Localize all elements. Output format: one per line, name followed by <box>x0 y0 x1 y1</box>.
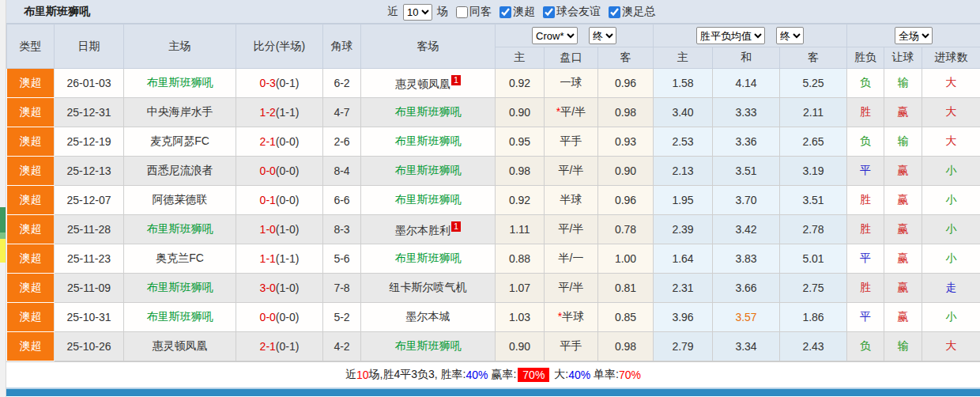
home-team-name[interactable]: 布里斯班狮吼 <box>147 310 213 323</box>
asian-home-odds-cell: 0.92 <box>496 69 545 98</box>
league-type-cell[interactable]: 澳超 <box>7 69 55 98</box>
away-team-cell[interactable]: 惠灵顿凤凰1 <box>361 69 496 98</box>
asian-away-odds-cell: 0.98 <box>598 332 654 361</box>
asian-state-select[interactable]: 终 <box>589 27 616 44</box>
home-team-cell[interactable]: 惠灵顿凤凰 <box>124 332 236 361</box>
home-team-name[interactable]: 奥克兰FC <box>156 251 204 264</box>
home-team-name[interactable]: 中央海岸水手 <box>147 105 213 118</box>
aus-cup-checkbox[interactable] <box>609 6 620 18</box>
home-team-name[interactable]: 阿德莱德联 <box>153 193 208 206</box>
a-league-checkbox[interactable] <box>499 6 511 18</box>
away-team-cell[interactable]: 墨尔本城 <box>361 303 496 332</box>
away-team-name[interactable]: 惠灵顿凤凰 <box>395 77 450 89</box>
league-type-cell[interactable]: 澳超 <box>7 215 55 244</box>
summary-dan-value: 70% <box>619 369 641 381</box>
header-controls-row: 类型 日期 主场 比分(半场) 角球 客场 Crow* 终 胜平负均值 终 <box>7 25 980 47</box>
home-team-name[interactable]: 布里斯班狮吼 <box>147 76 213 89</box>
col-header-date: 日期 <box>55 25 124 69</box>
away-team-name[interactable]: 布里斯班狮吼 <box>395 251 462 264</box>
away-team-name[interactable]: 纽卡斯尔喷气机 <box>390 281 467 293</box>
league-type-cell[interactable]: 澳超 <box>7 98 55 127</box>
euro-away-odds-cell: 2.11 <box>780 98 847 127</box>
away-team-cell[interactable]: 布里斯班狮吼 <box>361 244 496 274</box>
corners-cell: 6-2 <box>323 69 361 98</box>
away-team-cell[interactable]: 纽卡斯尔喷气机 <box>361 274 496 303</box>
away-team-name[interactable]: 墨尔本胜利 <box>395 223 450 236</box>
home-team-cell[interactable]: 布里斯班狮吼 <box>124 303 236 332</box>
home-team-name[interactable]: 布里斯班狮吼 <box>147 222 213 235</box>
league-type-cell[interactable]: 澳超 <box>7 244 55 274</box>
league-type-cell[interactable]: 澳超 <box>7 303 55 332</box>
league-type-cell[interactable]: 澳超 <box>7 157 55 186</box>
corners-cell: 8-3 <box>323 215 361 244</box>
home-team-name[interactable]: 西悉尼流浪者 <box>147 164 213 176</box>
date-cell: 25-11-09 <box>55 274 124 303</box>
asian-away-odds-cell: 0.90 <box>598 157 654 186</box>
away-team-name[interactable]: 布里斯班狮吼 <box>395 134 462 147</box>
summary-big-value: 40% <box>568 369 590 381</box>
date-cell: 25-12-07 <box>55 186 124 215</box>
match-row: 澳超25-12-07阿德莱德联0-1(0-0)6-6布里斯班狮吼0.92半球0.… <box>7 186 980 215</box>
away-team-name[interactable]: 布里斯班狮吼 <box>395 164 462 176</box>
away-team-name[interactable]: 墨尔本城 <box>406 310 450 323</box>
fulltime-score: 3-0 <box>260 282 276 294</box>
league-type-cell[interactable]: 澳超 <box>7 186 55 215</box>
date-cell: 25-11-28 <box>55 215 124 244</box>
euro-draw-odds-cell: 3.70 <box>713 186 780 215</box>
europe-metric-select[interactable]: 胜平负均值 <box>696 27 765 44</box>
away-team-cell[interactable]: 布里斯班狮吼 <box>361 186 496 215</box>
home-team-cell[interactable]: 阿德莱德联 <box>124 186 236 215</box>
result-cell: 胜 <box>847 274 884 303</box>
league-type-cell[interactable]: 澳超 <box>7 127 55 157</box>
away-team-cell[interactable]: 布里斯班狮吼 <box>361 157 496 186</box>
home-team-name[interactable]: 惠灵顿凤凰 <box>153 339 208 352</box>
league-type-cell[interactable]: 澳超 <box>7 332 55 361</box>
away-team-cell[interactable]: 墨尔本胜利1 <box>361 215 496 244</box>
left-strip-green-fragment <box>0 207 6 236</box>
scope-select[interactable]: 全场 <box>895 27 933 44</box>
bookmaker-select[interactable]: Crow* <box>532 27 578 44</box>
away-team-cell[interactable]: 布里斯班狮吼 <box>361 332 496 361</box>
same-venue-checkbox[interactable] <box>456 6 468 18</box>
goals-result-cell: 小 <box>922 157 980 186</box>
checkbox-club-friendly[interactable]: 球会友谊 <box>543 5 601 19</box>
away-team-cell[interactable]: 布里斯班狮吼 <box>361 127 496 157</box>
league-type-cell[interactable]: 澳超 <box>7 274 55 303</box>
away-team-name[interactable]: 布里斯班狮吼 <box>395 339 462 352</box>
home-team-cell[interactable]: 布里斯班狮吼 <box>124 215 236 244</box>
home-team-cell[interactable]: 中央海岸水手 <box>124 98 236 127</box>
away-team-cell[interactable]: 布里斯班狮吼 <box>361 98 496 127</box>
home-team-name[interactable]: 布里斯班狮吼 <box>147 281 213 293</box>
home-team-name[interactable]: 麦克阿瑟FC <box>150 134 209 147</box>
corners-cell: 8-4 <box>323 157 361 186</box>
halftime-score: (1-0) <box>276 282 300 294</box>
goals-result-cell: 小 <box>922 303 980 332</box>
col-header-score: 比分(半场) <box>236 25 323 69</box>
home-team-cell[interactable]: 布里斯班狮吼 <box>124 274 236 303</box>
club-friendly-checkbox[interactable] <box>543 6 555 18</box>
home-team-cell[interactable]: 西悉尼流浪者 <box>124 157 236 186</box>
checkbox-a-league[interactable]: 澳超 <box>499 5 535 19</box>
corners-cell: 7-8 <box>323 274 361 303</box>
euro-home-odds-cell: 2.31 <box>654 274 713 303</box>
euro-home-odds-cell: 1.64 <box>654 244 713 274</box>
date-cell: 25-12-31 <box>55 98 124 127</box>
handicap-result-cell: 赢 <box>884 186 922 215</box>
europe-state-select[interactable]: 终 <box>776 27 804 44</box>
checkbox-same-venue[interactable]: 同客 <box>456 5 492 19</box>
summary-big-label: 大: <box>551 368 568 382</box>
euro-home-odds-cell: 2.53 <box>654 127 713 157</box>
home-team-cell[interactable]: 布里斯班狮吼 <box>124 69 236 98</box>
home-team-cell[interactable]: 麦克阿瑟FC <box>124 127 236 157</box>
rank-badge: 1 <box>451 75 461 85</box>
home-team-cell[interactable]: 奥克兰FC <box>124 244 236 274</box>
away-team-name[interactable]: 布里斯班狮吼 <box>395 105 462 118</box>
checkbox-aus-cup[interactable]: 澳足总 <box>609 5 655 19</box>
recent-count-select[interactable]: 10 <box>403 4 432 21</box>
asian-handicap-line-cell: 半球 <box>545 186 598 215</box>
asian-away-odds-cell: 0.85 <box>598 303 654 332</box>
away-team-name[interactable]: 布里斯班狮吼 <box>395 193 462 206</box>
euro-home-odds-cell: 2.13 <box>654 157 713 186</box>
handicap-result-cell: 输 <box>884 127 922 157</box>
corners-cell: 4-2 <box>323 332 361 361</box>
